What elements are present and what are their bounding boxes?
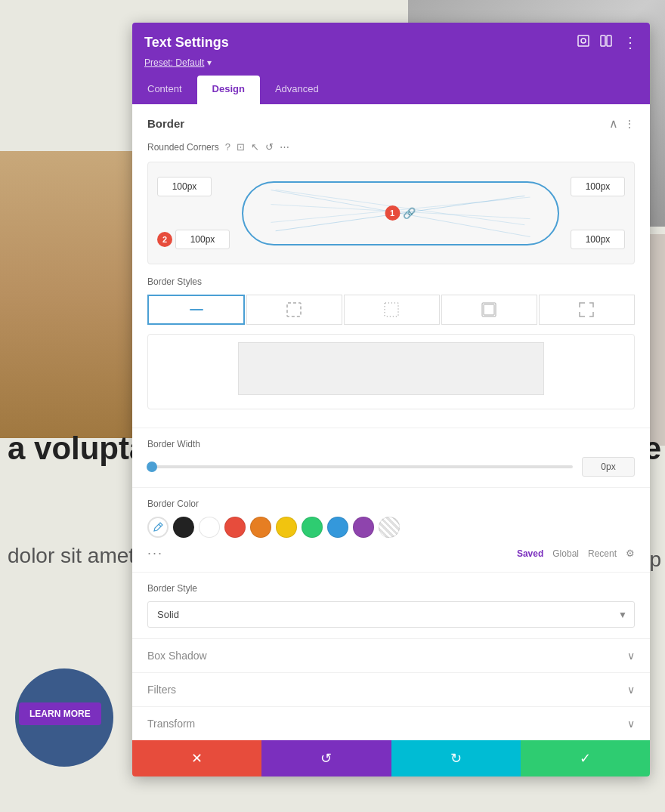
color-settings-gear-icon[interactable]: ⚙ [626,548,635,559]
svg-point-1 [581,39,586,43]
border-collapse-icon[interactable]: ∧ [609,116,618,131]
swatch-purple[interactable] [353,517,374,538]
rounded-corners-link-icon[interactable]: ⊡ [237,141,245,153]
border-style-solid-btn[interactable] [147,295,245,325]
filters-title: Filters [147,684,176,696]
svg-rect-7 [190,309,203,310]
bottom-left-corner-input[interactable] [175,230,230,249]
shape-badge-area: 1 🔗 [385,205,416,221]
color-tabs: Saved Global Recent ⚙ [517,548,635,559]
panel-footer: ✕ ↺ ↻ ✓ [132,740,650,776]
swatch-green[interactable] [302,517,323,538]
box-shadow-title: Box Shadow [147,650,207,662]
panel-header: Text Settings ⋮ Preset: Defaul [132,23,650,76]
svg-rect-2 [601,36,605,46]
rounded-corners-help-icon[interactable]: ? [225,141,230,153]
tab-design[interactable]: Design [197,76,260,104]
border-width-slider[interactable] [147,465,573,468]
swatch-transparent[interactable] [379,517,400,538]
border-color-section: Border Color ··· [132,488,650,573]
border-style-dotted-btn[interactable] [344,295,440,325]
corner-inputs-left: 2 [157,177,230,249]
svg-rect-10 [482,303,496,316]
redo-button[interactable]: ↻ [391,740,521,776]
panel-body: Border ∧ ⋮ Rounded Corners ? ⊡ ↖ ↺ ⋯ [132,104,650,740]
box-shadow-chevron-icon: ∨ [627,650,635,662]
rounded-corners-label: Rounded Corners [147,142,219,153]
tab-content[interactable]: Content [132,76,197,104]
cancel-button[interactable]: ✕ [132,740,261,776]
bg-learn-more-btn: LEARN MORE [19,702,101,725]
border-width-thumb[interactable] [147,462,157,472]
border-section-title: Border [147,117,184,130]
border-styles-label: Border Styles [147,276,635,287]
transform-title: Transform [147,718,195,730]
panel-header-top: Text Settings ⋮ [144,33,638,51]
eyedropper-swatch[interactable] [147,517,169,538]
rounded-corners-cursor-icon[interactable]: ↖ [251,141,259,153]
border-preview-area [147,334,635,409]
border-width-label: Border Width [147,439,635,449]
border-section-header: Border ∧ ⋮ [147,116,635,131]
svg-rect-0 [578,36,589,46]
focus-icon[interactable] [577,35,589,50]
border-style-dropdown-section: Border Style Solid Dashed Dotted Double … [132,573,650,639]
border-style-select-wrapper: Solid Dashed Dotted Double None ▼ [147,601,635,628]
save-button[interactable]: ✓ [521,740,650,776]
svg-rect-3 [607,36,611,46]
swatch-yellow[interactable] [276,517,297,538]
transform-header[interactable]: Transform ∨ [147,718,635,730]
border-style-corner-btn[interactable] [539,295,635,325]
undo-button[interactable]: ↺ [261,740,391,776]
border-width-input[interactable] [582,457,635,477]
border-style-dashed-btn[interactable] [246,295,342,325]
rounded-corners-more-icon[interactable]: ⋯ [280,141,289,153]
tab-advanced[interactable]: Advanced [260,76,334,104]
box-shadow-header[interactable]: Box Shadow ∨ [147,650,635,662]
color-tab-recent[interactable]: Recent [588,548,617,559]
swatch-blue[interactable] [327,517,348,538]
border-style-select[interactable]: Solid Dashed Dotted Double None [147,601,635,628]
swatch-orange[interactable] [250,517,271,538]
border-width-slider-row [147,457,635,477]
panel-tabs: Content Design Advanced [132,76,650,104]
border-more-icon[interactable]: ⋮ [624,118,635,130]
box-shadow-section: Box Shadow ∨ [132,639,650,673]
color-tab-global[interactable]: Global [552,548,579,559]
rounded-corners-reset-icon[interactable]: ↺ [265,141,274,153]
panel-header-icons: ⋮ [577,33,638,51]
top-right-corner-input[interactable] [571,177,625,196]
border-style-select-label: Border Style [147,583,635,594]
svg-rect-9 [385,303,398,316]
bottom-right-corner-input[interactable] [571,230,625,249]
svg-line-12 [159,524,161,526]
filters-chevron-icon: ∨ [627,684,635,696]
border-section-controls: ∧ ⋮ [609,116,635,131]
panel-preset[interactable]: Preset: Default ▾ [144,57,638,68]
layout-icon[interactable] [600,35,612,50]
swatch-black[interactable] [173,517,194,538]
transform-chevron-icon: ∨ [627,718,635,730]
svg-rect-11 [484,304,494,315]
panel-title: Text Settings [144,35,229,51]
svg-rect-8 [287,303,301,316]
border-section: Border ∧ ⋮ Rounded Corners ? ⊡ ↖ ↺ ⋯ [132,104,650,428]
bg-text-small: dolor sit amet [0,544,135,568]
border-styles-row [147,295,635,325]
swatch-white[interactable] [199,517,220,538]
top-left-corner-input[interactable] [157,177,212,196]
bg-stairs-photo [0,151,132,438]
badge-2: 2 [157,232,172,247]
border-style-double-btn[interactable] [441,295,537,325]
border-width-section: Border Width [132,428,650,488]
border-color-label: Border Color [147,499,635,509]
more-options-icon[interactable]: ⋮ [623,33,638,51]
color-tabs-row: ··· Saved Global Recent ⚙ [147,545,635,561]
rounded-corners-row: Rounded Corners ? ⊡ ↖ ↺ ⋯ [147,141,635,153]
swatch-red[interactable] [224,517,246,538]
color-swatches [147,517,635,538]
filters-header[interactable]: Filters ∨ [147,684,635,696]
color-more-dots[interactable]: ··· [147,545,163,561]
border-preview-inner [238,342,544,395]
color-tab-saved[interactable]: Saved [517,548,543,559]
